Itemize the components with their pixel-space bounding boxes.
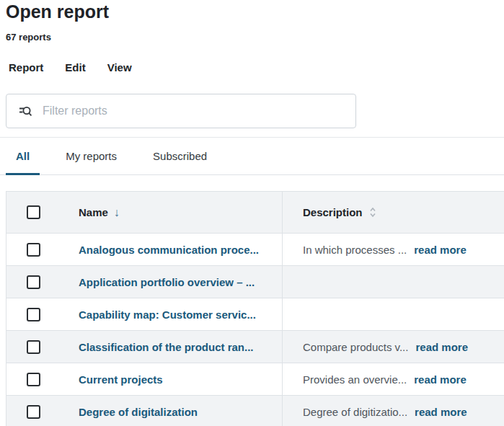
read-more-link[interactable]: read more — [414, 244, 467, 256]
menu-item-edit[interactable]: Edit — [65, 61, 85, 74]
report-description: Provides an overvie... — [303, 373, 407, 386]
report-description: Degree of digitizatio... — [303, 406, 407, 418]
table-header-row: Name ↓ Description — [6, 192, 504, 234]
filter-box[interactable] — [6, 94, 356, 128]
tab-subscribed-label: Subscribed — [153, 150, 207, 162]
row-checkbox-cell — [6, 405, 73, 419]
row-name-cell: Capability map: Customer servic... — [73, 309, 282, 321]
row-description-cell: Provides an overvie... read more — [282, 363, 504, 395]
row-name-cell: Application portfolio overview – ... — [73, 276, 282, 288]
report-name-link[interactable]: Application portfolio overview – ... — [79, 276, 255, 288]
report-description: Compare products v... — [303, 341, 408, 353]
header-checkbox-cell — [6, 205, 73, 219]
column-header-name: Name — [79, 206, 108, 218]
read-more-link[interactable]: read more — [414, 373, 467, 386]
tab-subscribed[interactable]: Subscribed — [143, 138, 217, 174]
report-name-link[interactable]: Degree of digitalization — [79, 406, 198, 418]
page-header: Open report 67 reports — [0, 0, 504, 43]
row-checkbox-cell — [6, 275, 73, 289]
row-checkbox[interactable] — [27, 243, 40, 257]
row-checkbox-cell — [6, 373, 73, 386]
row-description-cell — [282, 266, 504, 298]
row-name-cell: Analogous communication proce... — [73, 244, 282, 256]
row-description-cell: Degree of digitizatio... read more — [282, 396, 504, 426]
row-checkbox[interactable] — [27, 405, 40, 419]
sort-descending-icon: ↓ — [114, 206, 120, 219]
table-body: Analogous communication proce... In whic… — [6, 234, 504, 426]
table-row: Degree of digitalization Degree of digit… — [6, 396, 504, 426]
row-name-cell: Degree of digitalization — [73, 406, 282, 418]
menu-item-view[interactable]: View — [107, 61, 132, 74]
report-name-link[interactable]: Capability map: Customer servic... — [79, 309, 256, 321]
row-checkbox[interactable] — [27, 373, 40, 386]
row-description-cell: Compare products v... read more — [282, 331, 504, 363]
table-row: Classification of the product ran... Com… — [6, 331, 504, 363]
header-name-cell[interactable]: Name ↓ — [73, 206, 282, 219]
reports-table: Name ↓ Description Analogous communicati… — [6, 191, 504, 426]
row-description-cell: In which processes ... read more — [282, 234, 504, 265]
read-more-link[interactable]: read more — [415, 341, 468, 353]
table-row: Current projects Provides an overvie... … — [6, 363, 504, 396]
row-name-cell: Current projects — [73, 373, 282, 386]
row-checkbox-cell — [6, 340, 73, 354]
menubar: Report Edit View — [9, 61, 504, 74]
column-header-description: Description — [303, 206, 363, 218]
filter-section — [6, 94, 504, 128]
row-checkbox-cell — [6, 243, 73, 257]
tab-my-reports[interactable]: My reports — [56, 138, 127, 174]
row-checkbox-cell — [6, 308, 73, 321]
tab-all[interactable]: All — [6, 138, 40, 174]
report-description: In which processes ... — [303, 244, 407, 256]
filter-search-icon — [18, 104, 32, 118]
row-description-cell — [282, 298, 504, 330]
table-row: Capability map: Customer servic... — [6, 298, 504, 331]
table-row: Analogous communication proce... In whic… — [6, 234, 504, 266]
menu-item-report[interactable]: Report — [9, 61, 43, 74]
select-all-checkbox[interactable] — [27, 205, 40, 219]
row-checkbox[interactable] — [27, 340, 40, 354]
sort-unsorted-icon — [369, 207, 376, 218]
report-name-link[interactable]: Current projects — [79, 373, 163, 386]
table-row: Application portfolio overview – ... — [6, 266, 504, 298]
tab-my-reports-label: My reports — [66, 150, 117, 162]
header-description-cell[interactable]: Description — [282, 192, 504, 233]
report-count: 67 reports — [6, 32, 504, 43]
filter-reports-input[interactable] — [41, 104, 347, 118]
report-name-link[interactable]: Classification of the product ran... — [79, 341, 254, 353]
tab-bar: All My reports Subscribed — [0, 138, 504, 175]
row-checkbox[interactable] — [27, 308, 40, 321]
tab-all-label: All — [16, 150, 30, 162]
report-name-link[interactable]: Analogous communication proce... — [79, 244, 259, 256]
read-more-link[interactable]: read more — [415, 406, 467, 418]
row-checkbox[interactable] — [27, 275, 40, 289]
page-title: Open report — [6, 1, 504, 22]
row-name-cell: Classification of the product ran... — [73, 341, 282, 353]
